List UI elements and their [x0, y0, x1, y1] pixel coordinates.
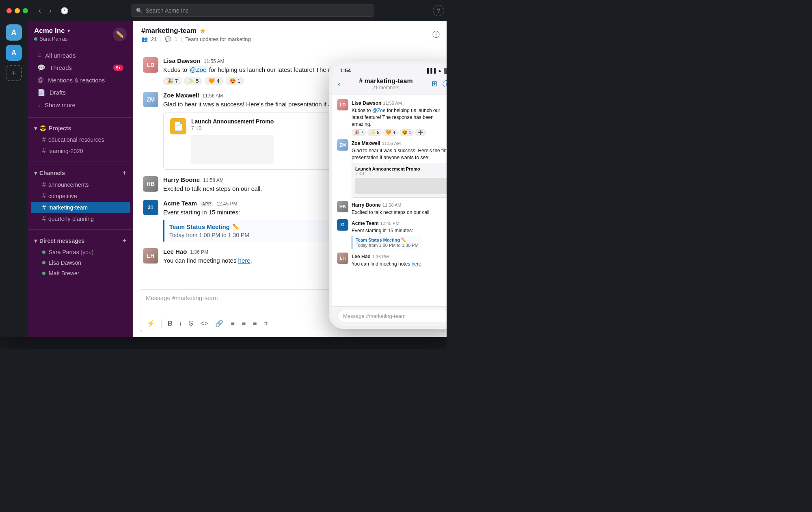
projects-header[interactable]: ▾ 😎 Projects: [28, 123, 133, 134]
mobile-event[interactable]: Team Status Meeting ✏️ Today from 1:00 P…: [352, 236, 422, 249]
channel-title: #marketing-team ★: [141, 27, 251, 35]
channel-item-quarterly-planning[interactable]: # quarterly-planning: [31, 213, 130, 225]
mobile-message-content: Zoe Maxwell11:56 AM Glad to hear it was …: [352, 139, 447, 198]
mobile-input-field[interactable]: Message #marketing-team: [337, 310, 447, 322]
all-unreads-label: All unreads: [45, 52, 76, 59]
sidebar-item-drafts[interactable]: 📄 Drafts: [31, 86, 130, 99]
close-button[interactable]: [6, 8, 12, 13]
edit-status-button[interactable]: ✏️: [113, 28, 127, 41]
dm-item-matt[interactable]: Matt Brewer: [31, 268, 130, 279]
sender-name: Lee Hao: [163, 248, 187, 255]
channel-item-competitive[interactable]: # competitive: [31, 190, 130, 202]
mobile-send-icon[interactable]: ▷: [445, 326, 447, 329]
mobile-avatar: 31: [337, 219, 348, 231]
workspace-avatar-secondary[interactable]: A: [6, 45, 22, 61]
mobile-sender: Lee Hao: [352, 254, 371, 259]
workspace-name-text: Acme Inc: [34, 27, 65, 35]
minimize-button[interactable]: [15, 8, 20, 13]
channel-info-button[interactable]: ⓘ: [430, 28, 443, 41]
reaction-item[interactable]: 😍1: [226, 77, 244, 85]
unordered-list-button[interactable]: ≡: [239, 318, 248, 329]
mobile-gif-icon[interactable]: GIF: [420, 326, 432, 329]
dm-label: Direct messages: [39, 238, 84, 244]
chat-header: #marketing-team ★ 👥 21 | 💬 1 | Team upda…: [133, 21, 447, 48]
channels-section: ▾ Channels + # announcements # competiti…: [28, 165, 133, 226]
mobile-reaction[interactable]: ✨ 5: [367, 129, 382, 136]
timestamp: 12:45 PM: [216, 201, 237, 207]
dm-name: Sara Parras (you): [49, 249, 94, 255]
drafts-icon: 📄: [37, 89, 45, 96]
sidebar-item-threads[interactable]: 💬 Threads 9+: [31, 61, 130, 74]
mobile-header-icons: ⊞ ⓘ: [432, 79, 447, 89]
threads-badge: 9+: [113, 65, 123, 71]
mobile-time-label: 1:36 PM: [372, 254, 389, 259]
dm-item-sara[interactable]: Sara Parras (you): [31, 247, 130, 257]
mobile-image-icon[interactable]: 🖼: [400, 326, 408, 329]
channels-header[interactable]: ▾ Channels +: [28, 167, 133, 179]
channel-item-marketing-team[interactable]: # marketing-team: [31, 202, 130, 213]
user-status: Sara Parras: [34, 36, 70, 42]
mobile-event-title: Team Status Meeting ✏️: [356, 238, 419, 243]
mobile-file[interactable]: Launch Announcement Promo 7 KB: [352, 163, 447, 198]
search-icon: 🔍: [136, 8, 143, 14]
mobile-sender: Lisa Dawson: [352, 100, 381, 106]
mobile-info-icon[interactable]: ⓘ: [443, 79, 447, 89]
mobile-text-icon[interactable]: Aa: [379, 326, 388, 329]
mobile-search-icon[interactable]: ⊞: [432, 79, 438, 89]
mobile-message-content: Harry Boone11:58 AM Excited to talk next…: [352, 201, 431, 216]
channel-item-learning-2020[interactable]: # learning-2020: [31, 145, 130, 157]
dm-item-lisa[interactable]: Lisa Dawson: [31, 257, 130, 268]
show-more-label: Show more: [45, 102, 76, 108]
sidebar-item-show-more[interactable]: ↓ Show more: [31, 99, 130, 111]
link-button[interactable]: 🔗: [212, 318, 226, 329]
back-button[interactable]: ‹: [36, 5, 43, 17]
meeting-notes-link[interactable]: here: [238, 257, 251, 264]
mobile-reaction[interactable]: 🧡 4: [383, 129, 397, 136]
bold-button[interactable]: B: [165, 318, 175, 329]
online-dot: [42, 272, 45, 275]
lightning-button[interactable]: ⚡: [144, 318, 158, 329]
help-button[interactable]: ?: [433, 5, 444, 16]
mobile-reaction[interactable]: 🎉 7: [352, 129, 366, 136]
search-bar[interactable]: 🔍 Search Acme Inc: [131, 4, 374, 17]
online-status-dot: [34, 37, 37, 41]
reaction-item[interactable]: 🎉7: [163, 77, 181, 85]
code-button[interactable]: <>: [198, 318, 211, 329]
forward-button[interactable]: ›: [47, 5, 54, 17]
sidebar-item-mentions[interactable]: @ Mentions & reactions: [31, 74, 130, 86]
ordered-list-button[interactable]: ≡: [228, 318, 237, 329]
thread-icon: 💬: [165, 36, 171, 42]
hash-icon: #: [42, 147, 46, 155]
mobile-reaction[interactable]: 😍 1: [400, 129, 414, 136]
star-icon[interactable]: ★: [200, 27, 205, 35]
mobile-link[interactable]: here: [412, 261, 421, 267]
mobile-status-bar: 1:54 ▐▐▐ ▲ ▓: [332, 64, 447, 75]
channel-item-announcements[interactable]: # announcements: [31, 179, 130, 190]
reaction-item[interactable]: ✨5: [184, 77, 202, 85]
workspace-name[interactable]: Acme Inc ▾: [34, 27, 70, 35]
block-button[interactable]: ⌗: [261, 318, 270, 329]
history-button[interactable]: 🕐: [57, 5, 72, 17]
battery-icon: ▓: [444, 68, 447, 73]
add-dm-button[interactable]: +: [122, 237, 127, 244]
mention[interactable]: @Zoe: [189, 66, 207, 73]
mobile-back-button[interactable]: ‹: [338, 80, 340, 89]
hash-icon: #: [42, 215, 46, 223]
mobile-reaction[interactable]: ➕: [415, 129, 426, 136]
dm-header[interactable]: ▾ Direct messages +: [28, 235, 133, 247]
reaction-item[interactable]: 🧡4: [205, 77, 223, 85]
timestamp: 11:56 AM: [202, 93, 223, 99]
workspace-avatar-primary[interactable]: A: [6, 24, 22, 41]
indent-button[interactable]: ≡: [250, 318, 259, 329]
sidebar-item-all-unreads[interactable]: ≡ All unreads: [31, 49, 130, 61]
italic-button[interactable]: I: [177, 318, 184, 329]
add-workspace-button[interactable]: +: [6, 65, 22, 81]
mobile-event-time: Today from 1:00 PM to 1:30 PM: [356, 243, 419, 248]
channel-item-educational-resources[interactable]: # educational-resources: [31, 134, 130, 145]
mobile-text: Event starting in 15 minutes:: [352, 227, 422, 234]
mobile-header: ‹ # marketing-team 21 members ⊞ ⓘ: [332, 75, 447, 95]
strikethrough-button[interactable]: S: [186, 318, 196, 329]
mobile-at-icon[interactable]: @: [358, 326, 366, 329]
add-channel-button[interactable]: +: [122, 169, 127, 177]
maximize-button[interactable]: [23, 8, 28, 13]
